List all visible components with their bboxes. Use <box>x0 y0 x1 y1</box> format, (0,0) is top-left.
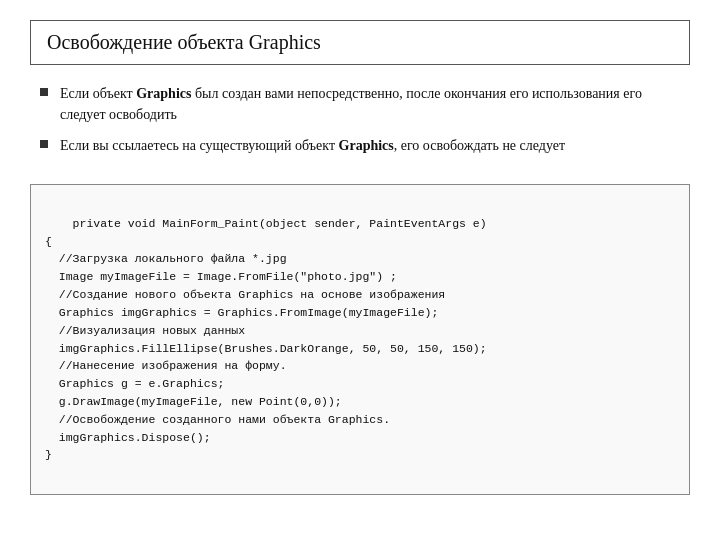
bullet-text-2-before: Если вы ссылаетесь на существующий объек… <box>60 138 339 153</box>
title-box: Освобождение объекта Graphics <box>30 20 690 65</box>
list-item: Если объект Graphics был создан вами неп… <box>40 83 680 125</box>
bullet-list: Если объект Graphics был создан вами неп… <box>30 83 690 166</box>
bold-graphics-2: Graphics <box>339 138 394 153</box>
bullet-icon <box>40 88 48 96</box>
page: Освобождение объекта Graphics Если объек… <box>0 0 720 540</box>
page-title: Освобождение объекта Graphics <box>47 31 321 53</box>
bullet-text-1: Если объект Graphics был создан вами неп… <box>60 83 680 125</box>
bullet-icon <box>40 140 48 148</box>
bold-graphics-1: Graphics <box>136 86 191 101</box>
bullet-text-2: Если вы ссылаетесь на существующий объек… <box>60 135 680 156</box>
code-text: private void MainForm_Paint(object sende… <box>45 217 487 462</box>
list-item: Если вы ссылаетесь на существующий объек… <box>40 135 680 156</box>
code-block: private void MainForm_Paint(object sende… <box>30 184 690 495</box>
bullet-text-2-after: , его освобождать не следует <box>394 138 565 153</box>
bullet-text-1-before: Если объект <box>60 86 136 101</box>
